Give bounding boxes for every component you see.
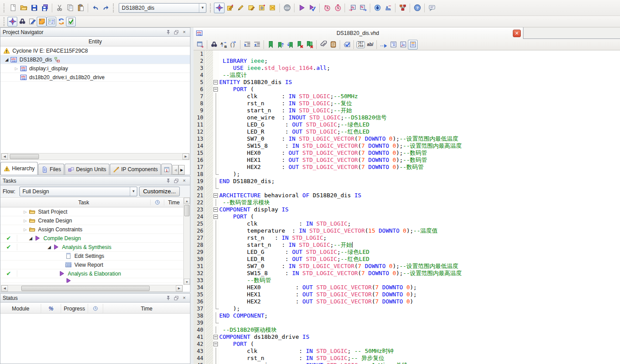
bookmark-icon[interactable] <box>266 40 275 50</box>
task-row[interactable]: ✔Analysis & Elaboration <box>0 269 183 278</box>
code-line[interactable]: 26 temperature : IN STD_LOGIC_VECTOR(15 … <box>194 227 620 234</box>
check-page-icon[interactable] <box>66 17 76 27</box>
code-line[interactable]: 42 PORT ( <box>194 341 620 348</box>
code-line[interactable]: 2 LIBRARY ieee; <box>194 57 620 65</box>
bookmark-clear-icon[interactable] <box>295 40 305 50</box>
editor-tab[interactable]: abcVHD DS18B20_dis.vhd ✕ <box>194 27 523 39</box>
tasks-hscrollbar[interactable]: ◀ ▶ <box>1 285 183 292</box>
stop-icon[interactable]: STOP <box>282 3 292 13</box>
comment-toggle-button[interactable]: ab/ <box>367 42 373 47</box>
tab-scroll-left-icon[interactable]: ◀ <box>172 165 178 175</box>
scroll-left-icon[interactable]: ◀ <box>1 285 8 291</box>
expander-open-icon[interactable]: ◢ <box>46 245 53 249</box>
technology-map-viewer-icon[interactable] <box>357 3 368 13</box>
code-line[interactable]: 44 rst_n : IN STD_LOGIC;-- 异步复位 <box>194 355 620 362</box>
close-tab-icon[interactable]: ✕ <box>513 30 521 37</box>
code-line[interactable]: 37 ); <box>194 305 620 312</box>
scroll-right-icon[interactable]: ▶ <box>176 285 182 291</box>
revision-combo[interactable]: DS18B20_dis ▼ <box>119 3 206 13</box>
navigator-hscrollbar[interactable]: ◀ ▶ <box>1 153 190 160</box>
code-line[interactable]: 24 PORT ( <box>194 213 620 220</box>
detach-icon[interactable] <box>195 40 205 50</box>
expander-open-icon[interactable]: ◢ <box>27 236 34 241</box>
open-file-icon[interactable] <box>18 3 29 13</box>
crossed-tools-icon[interactable] <box>267 3 278 13</box>
tab-design-units[interactable]: Design Units <box>65 164 109 175</box>
goto-arrow-icon[interactable] <box>379 40 388 50</box>
entity-tree-item[interactable]: Cyclone IV E: EP4CE115F29C8 <box>0 46 190 55</box>
code-line[interactable]: 36 HEX2 : OUT STD_LOGIC_VECTOR(7 DOWNTO … <box>194 298 620 305</box>
code-line[interactable]: 27 rst_n : IN STD_LOGIC; <box>194 234 620 241</box>
scroll-right-icon[interactable]: ▶ <box>182 153 189 160</box>
code-line[interactable]: 33 --数码管 <box>194 277 620 284</box>
task-row[interactable]: Edit Settings <box>0 252 183 261</box>
fold-collapse-icon[interactable] <box>213 207 218 212</box>
note-pencil-icon[interactable] <box>246 3 256 13</box>
code-line[interactable]: 45 one_wire : INOUT STD_LOGIC;-- 1-Wire … <box>194 362 620 364</box>
list-view-icon[interactable] <box>46 17 56 27</box>
code-line[interactable]: 20 <box>194 185 620 192</box>
task-row[interactable] <box>0 278 183 283</box>
redo-icon[interactable] <box>101 3 111 13</box>
customize-button[interactable]: Customize... <box>139 187 180 196</box>
refresh-icon[interactable] <box>56 17 66 27</box>
scroll-down-icon[interactable]: ▼ <box>184 279 190 285</box>
close-icon[interactable]: × <box>181 29 188 35</box>
float-window-icon[interactable] <box>173 177 180 184</box>
new-file-icon[interactable] <box>8 3 18 13</box>
toolbar-grip[interactable] <box>4 17 6 26</box>
toolbar-grip[interactable] <box>210 4 212 12</box>
fold-collapse-icon[interactable] <box>213 215 218 219</box>
stopwatch-icon[interactable] <box>332 3 343 13</box>
code-line[interactable]: 25 clk : IN STD_LOGIC; <box>194 220 620 227</box>
code-line[interactable]: 6 PORT ( <box>194 86 620 93</box>
toolbar-grip[interactable] <box>113 4 115 12</box>
code-line[interactable]: 19END DS18B20_dis; <box>194 178 620 185</box>
entity-column-header[interactable]: Entity <box>0 37 190 46</box>
code-line[interactable]: 39 <box>194 319 620 326</box>
line-counter-badge[interactable]: 267268 <box>356 41 365 48</box>
save-icon[interactable] <box>29 3 39 13</box>
undo-icon[interactable] <box>90 3 101 13</box>
fold-collapse-icon[interactable] <box>213 342 218 346</box>
expander-closed-icon[interactable]: ▷ <box>13 66 20 71</box>
pin-icon[interactable] <box>165 177 172 184</box>
code-line[interactable]: 18 ); <box>194 171 620 178</box>
outline-list-icon[interactable] <box>388 40 398 50</box>
task-column-header[interactable]: Task <box>17 199 150 206</box>
code-line[interactable]: 4 --温度计 <box>194 72 620 79</box>
code-line[interactable]: 21ARCHITECTURE behavioral OF DS18B20_dis… <box>194 192 620 199</box>
code-line[interactable]: 43 clk : IN STD_LOGIC; -- 50MHz时钟 <box>194 348 620 355</box>
flow-combo[interactable]: Full Design ▼ <box>19 187 137 196</box>
code-line[interactable]: 38END COMPONENT; <box>194 312 620 319</box>
signaltap-icon[interactable] <box>383 3 393 13</box>
task-row[interactable]: ▷Create Design <box>0 216 183 225</box>
code-line[interactable]: 11 LED_G : OUT STD_LOGIC;--绿色LED <box>194 121 620 128</box>
code-line[interactable]: 41COMPONENT ds18b20_drive IS <box>194 333 620 341</box>
code-line[interactable]: 15 HEX0 : OUT STD_LOGIC_VECTOR(7 DOWNTO … <box>194 149 620 157</box>
bookmark-clear-all-icon[interactable] <box>305 40 314 50</box>
expander-closed-icon[interactable]: ▷ <box>22 210 29 214</box>
code-line[interactable]: 22 --数码管显示模块 <box>194 199 620 206</box>
copy-icon[interactable] <box>65 3 75 13</box>
close-icon[interactable]: × <box>181 177 188 184</box>
code-line[interactable]: 14 SW15_8 : IN STD_LOGIC_VECTOR(7 DOWNTO… <box>194 142 620 149</box>
module-column-header[interactable]: Module <box>0 304 41 313</box>
float-window-icon[interactable] <box>173 29 180 35</box>
scrollbar-thumb[interactable] <box>21 286 150 291</box>
fold-collapse-icon[interactable] <box>213 87 218 92</box>
find-icon[interactable] <box>209 40 219 50</box>
find-icon[interactable] <box>17 17 27 27</box>
code-line[interactable]: 29 LED_G : OUT STD_LOGIC;--绿色LED <box>194 249 620 256</box>
compass-icon[interactable] <box>8 17 17 27</box>
time-column-header[interactable]: Time <box>103 304 190 313</box>
programmer-icon[interactable] <box>372 3 383 13</box>
tasks-vscrollbar[interactable]: ▲ ▼ <box>183 198 190 285</box>
help-icon[interactable]: ? <box>412 3 422 13</box>
pencil-icon[interactable] <box>235 3 246 13</box>
code-line[interactable]: 16 HEX1 : OUT STD_LOGIC_VECTOR(7 DOWNTO … <box>194 157 620 164</box>
syntax-check-icon[interactable] <box>342 40 352 50</box>
expander-closed-icon[interactable]: ▷ <box>22 227 29 232</box>
task-row[interactable]: ✔◢Compile Design <box>0 234 183 243</box>
code-line[interactable]: 30 LED_R : OUT STD_LOGIC;--红色LED <box>194 256 620 263</box>
